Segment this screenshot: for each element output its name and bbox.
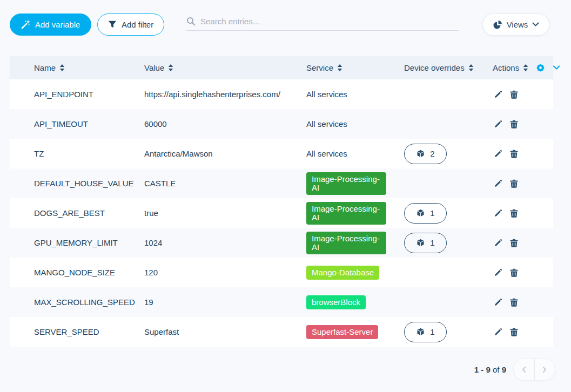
table-options-chevron-button[interactable] xyxy=(553,65,560,70)
column-label: Name xyxy=(34,63,56,72)
variable-value: Antarctica/Mawson xyxy=(144,149,213,158)
service-badge: Image-Processing-AI xyxy=(306,232,386,254)
device-overrides-button[interactable]: 1 xyxy=(404,203,447,224)
delete-button[interactable] xyxy=(509,148,519,159)
actions-cell xyxy=(493,297,553,308)
table-row: GPU_MEMORY_LIMIT 1024 Image-Processing-A… xyxy=(10,228,553,258)
cube-icon xyxy=(416,238,425,247)
service-cell: Mango-Database xyxy=(306,266,404,280)
pencil-icon xyxy=(494,179,502,188)
table-row: MANGO_NODE_SIZE 120 Mango-Database xyxy=(10,258,553,287)
delete-button[interactable] xyxy=(509,267,519,278)
name-cell: API_TIMEOUT xyxy=(34,119,144,129)
gear-icon xyxy=(535,63,546,73)
pagination-bar: 1 - 9 of 9 xyxy=(474,358,555,381)
chevron-right-icon xyxy=(542,366,547,373)
add-variable-button[interactable]: Add variable xyxy=(10,13,91,36)
value-cell: Antarctica/Mawson xyxy=(144,149,306,158)
actions-cell xyxy=(493,238,553,248)
variable-value: true xyxy=(144,208,158,218)
variable-name: DOGS_ARE_BEST xyxy=(34,208,105,218)
override-count: 1 xyxy=(430,238,434,247)
edit-button[interactable] xyxy=(493,178,503,189)
table-row: DEFAULT_HOUSE_VALUE CASTLE Image-Process… xyxy=(10,168,553,198)
name-cell: DOGS_ARE_BEST xyxy=(34,208,144,218)
column-settings-button[interactable] xyxy=(535,63,546,73)
actions-cell xyxy=(493,267,553,278)
table-header: Name Value Service Devi xyxy=(10,56,553,79)
variable-value: 1024 xyxy=(144,238,162,247)
table-row: MAX_SCROLLING_SPEED 19 browserBlock xyxy=(10,287,553,317)
column-header-actions[interactable]: Actions xyxy=(493,63,528,72)
override-count: 1 xyxy=(430,208,434,218)
search-box xyxy=(186,17,459,31)
edit-button[interactable] xyxy=(493,327,503,337)
variable-name: TZ xyxy=(34,149,44,158)
column-header-name[interactable]: Name xyxy=(34,63,65,72)
edit-button[interactable] xyxy=(493,148,503,159)
device-overrides-cell: 1 xyxy=(404,233,493,253)
trash-icon xyxy=(510,150,518,158)
actions-cell xyxy=(493,327,553,337)
edit-button[interactable] xyxy=(493,89,503,100)
device-overrides-button[interactable]: 1 xyxy=(404,322,447,342)
chevron-down-icon xyxy=(553,65,560,70)
pencil-icon xyxy=(494,239,502,247)
trash-icon xyxy=(510,179,518,188)
delete-button[interactable] xyxy=(509,327,519,337)
edit-button[interactable] xyxy=(493,238,503,248)
service-cell: Image-Processing-AI xyxy=(306,202,404,225)
table-row: TZ Antarctica/Mawson All services 2 xyxy=(10,139,553,168)
column-header-device-overrides[interactable]: Device overrides xyxy=(404,63,474,72)
variable-value: Superfast xyxy=(144,327,179,336)
service-cell: browserBlock xyxy=(306,295,404,309)
edit-button[interactable] xyxy=(493,297,503,308)
delete-button[interactable] xyxy=(509,297,519,308)
add-filter-button[interactable]: Add filter xyxy=(97,13,164,36)
service-cell: All services xyxy=(306,149,404,158)
cube-icon xyxy=(416,208,425,218)
page-range-numbers: 1 - 9 xyxy=(474,365,491,374)
actions-cell xyxy=(493,89,553,100)
override-count: 1 xyxy=(430,327,434,336)
name-cell: SERVER_SPEED xyxy=(34,327,144,336)
variable-value: 120 xyxy=(144,268,158,277)
delete-button[interactable] xyxy=(509,208,519,219)
device-overrides-button[interactable]: 1 xyxy=(404,233,447,253)
sort-icon xyxy=(337,64,342,71)
delete-button[interactable] xyxy=(509,238,519,248)
device-overrides-button[interactable]: 2 xyxy=(404,144,447,164)
actions-header-group: Actions xyxy=(493,63,560,73)
column-header-value[interactable]: Value xyxy=(144,63,173,72)
service-badge: Image-Processing-AI xyxy=(306,202,386,225)
search-icon xyxy=(186,17,196,26)
column-label: Value xyxy=(144,63,164,72)
views-label: Views xyxy=(507,20,528,29)
value-cell: 60000 xyxy=(144,119,306,129)
edit-button[interactable] xyxy=(493,119,503,130)
trash-icon xyxy=(510,268,518,277)
edit-button[interactable] xyxy=(493,267,503,278)
variable-value: 19 xyxy=(144,298,153,307)
delete-button[interactable] xyxy=(509,119,519,130)
page-range: 1 - 9 of 9 xyxy=(474,365,506,374)
sort-icon xyxy=(59,64,65,71)
delete-button[interactable] xyxy=(509,178,519,189)
override-count: 2 xyxy=(430,149,434,158)
column-header-service[interactable]: Service xyxy=(306,63,342,72)
table-row: API_TIMEOUT 60000 All services xyxy=(10,109,553,139)
search-input[interactable] xyxy=(200,17,459,26)
service-badge: Image-Processing-AI xyxy=(306,172,386,195)
delete-button[interactable] xyxy=(509,89,519,100)
prev-page-button[interactable] xyxy=(514,359,534,380)
next-page-button[interactable] xyxy=(534,359,555,380)
pencil-icon xyxy=(494,120,502,129)
service-cell: Image-Processing-AI xyxy=(306,172,404,195)
column-label: Actions xyxy=(493,63,519,72)
edit-button[interactable] xyxy=(493,208,503,219)
variable-value: CASTLE xyxy=(144,179,176,188)
trash-icon xyxy=(510,298,518,307)
variable-name: MANGO_NODE_SIZE xyxy=(34,268,115,277)
variables-page: { "toolbar": { "add_variable": "Add vari… xyxy=(0,0,571,392)
views-button[interactable]: Views xyxy=(482,13,549,36)
